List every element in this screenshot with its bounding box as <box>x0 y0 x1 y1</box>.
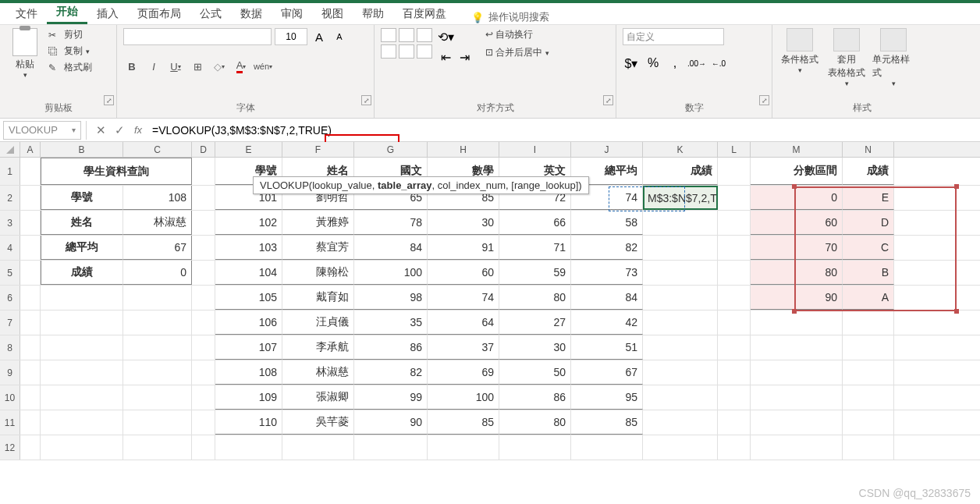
cell[interactable] <box>499 435 571 460</box>
cell[interactable]: 100 <box>354 261 428 285</box>
cell[interactable] <box>643 335 718 360</box>
cell[interactable]: 71 <box>499 236 571 260</box>
cell[interactable] <box>751 435 843 460</box>
cell[interactable] <box>192 385 215 410</box>
row-header[interactable]: 4 <box>0 236 20 260</box>
cell[interactable] <box>354 435 428 460</box>
col-header-H[interactable]: H <box>428 142 499 157</box>
font-family-select[interactable] <box>123 28 272 45</box>
format-as-table-button[interactable]: 套用 表格格式▾ <box>826 28 868 87</box>
merge-center-button[interactable]: ⊡ 合并后居中 ▾ <box>485 46 549 59</box>
student-name[interactable]: 李承航 <box>282 335 354 360</box>
student-name[interactable]: 戴育如 <box>282 286 354 310</box>
cell[interactable] <box>20 211 41 235</box>
cell[interactable]: 91 <box>428 236 499 260</box>
col-header-L[interactable]: L <box>718 142 751 157</box>
row-header[interactable]: 12 <box>0 435 20 460</box>
student-name[interactable]: 林淑慈 <box>282 360 354 385</box>
cell[interactable]: 37 <box>428 335 499 360</box>
grade-score[interactable]: 80 <box>751 261 843 285</box>
query-label[interactable]: 總平均 <box>41 236 123 260</box>
cell[interactable] <box>843 311 894 335</box>
col-header-A[interactable]: A <box>20 142 41 157</box>
cell[interactable] <box>718 158 751 185</box>
border-button[interactable]: ⊞ <box>189 58 206 75</box>
student-id[interactable]: 110 <box>215 410 282 435</box>
cell[interactable] <box>41 435 123 460</box>
cell[interactable] <box>751 360 843 385</box>
student-id[interactable]: 108 <box>215 360 282 385</box>
cell[interactable] <box>428 435 499 460</box>
number-format-select[interactable] <box>623 28 724 45</box>
cell[interactable]: 59 <box>499 261 571 285</box>
col-header-K[interactable]: K <box>643 142 718 157</box>
cell[interactable]: 84 <box>354 236 428 260</box>
cell[interactable] <box>20 360 41 385</box>
tab-home[interactable]: 开始 <box>47 2 87 24</box>
accounting-format-button[interactable]: $▾ <box>623 55 640 72</box>
row-header[interactable]: 8 <box>0 335 20 360</box>
row-header[interactable]: 1 <box>0 158 20 185</box>
cell[interactable] <box>123 410 192 435</box>
cell[interactable] <box>718 261 751 285</box>
col-header-I[interactable]: I <box>499 142 571 157</box>
cell[interactable] <box>751 311 843 335</box>
grade-letter[interactable]: C <box>843 236 894 260</box>
query-title[interactable]: 學生資料查詢 <box>41 158 192 185</box>
cell[interactable] <box>41 286 123 310</box>
decrease-font-button[interactable]: A <box>331 28 348 45</box>
tab-view[interactable]: 视图 <box>312 4 353 24</box>
cell[interactable] <box>192 335 215 360</box>
col-header-J[interactable]: J <box>571 142 643 157</box>
student-id[interactable]: 104 <box>215 261 282 285</box>
cell[interactable] <box>643 211 718 235</box>
grade-score[interactable]: 0 <box>751 186 843 210</box>
cell[interactable]: 66 <box>499 211 571 235</box>
student-name[interactable]: 蔡宜芳 <box>282 236 354 260</box>
cell[interactable] <box>751 385 843 410</box>
cell[interactable] <box>123 360 192 385</box>
student-avg[interactable]: 67 <box>571 360 643 385</box>
align-launcher[interactable]: ⤢ <box>603 95 613 105</box>
italic-button[interactable]: I <box>145 58 162 75</box>
header-range[interactable]: 分數區間 <box>751 158 843 185</box>
cell[interactable] <box>215 435 282 460</box>
cell[interactable]: 50 <box>499 360 571 385</box>
cell[interactable] <box>843 385 894 410</box>
cell[interactable] <box>718 186 751 210</box>
student-name[interactable]: 黃雅婷 <box>282 211 354 235</box>
cell[interactable] <box>718 311 751 335</box>
grade-letter[interactable]: B <box>843 261 894 285</box>
student-name[interactable]: 陳翰松 <box>282 261 354 285</box>
accept-formula-button[interactable]: ✓ <box>110 121 129 140</box>
cell[interactable] <box>20 186 41 210</box>
cell[interactable] <box>571 435 643 460</box>
cell[interactable] <box>843 360 894 385</box>
col-header-D[interactable]: D <box>192 142 215 157</box>
cell[interactable]: 35 <box>354 311 428 335</box>
cell[interactable] <box>192 435 215 460</box>
cell[interactable]: 82 <box>354 360 428 385</box>
conditional-format-button[interactable]: 条件格式▾ <box>779 28 821 74</box>
row-header[interactable]: 11 <box>0 410 20 435</box>
number-launcher[interactable]: ⤢ <box>759 95 769 105</box>
grade-letter[interactable]: A <box>843 286 894 310</box>
font-size-select[interactable] <box>275 28 307 45</box>
cell[interactable] <box>718 335 751 360</box>
header-grade[interactable]: 成績 <box>643 158 718 185</box>
query-label[interactable]: 學號 <box>41 186 123 210</box>
cell[interactable] <box>718 410 751 435</box>
grade-score[interactable]: 90 <box>751 286 843 310</box>
copy-button[interactable]: ⿻复制▾ <box>48 44 92 58</box>
underline-button[interactable]: U▾ <box>167 58 184 75</box>
tab-file[interactable]: 文件 <box>6 4 47 24</box>
cell[interactable] <box>843 435 894 460</box>
tell-me-search[interactable]: 💡 操作说明搜索 <box>471 10 549 24</box>
cell[interactable] <box>643 385 718 410</box>
student-name[interactable]: 汪貞儀 <box>282 311 354 335</box>
cell[interactable] <box>20 286 41 310</box>
student-avg[interactable]: 51 <box>571 335 643 360</box>
fill-color-button[interactable]: ◇▾ <box>211 58 228 75</box>
orientation-button[interactable]: ⟲▾ <box>437 28 454 45</box>
cell[interactable] <box>718 435 751 460</box>
